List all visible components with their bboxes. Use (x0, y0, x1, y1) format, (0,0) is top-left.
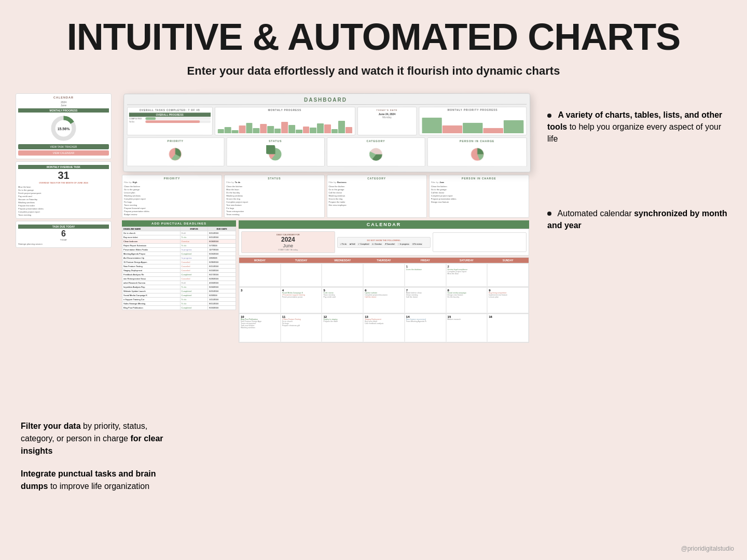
task-list-title: ADD PUNCTUAL DEADLINES (122, 220, 236, 227)
cal-day-cell (281, 263, 322, 287)
cal-event: Prepare the trailer (323, 320, 362, 323)
bottom-left-annotations: Filter your data by priority, status, ca… (21, 420, 166, 493)
cal-panel-title: CALENDAR (18, 96, 109, 99)
task-due-label: TODAY (18, 239, 109, 241)
table-row: arket Research SummaHold4/10/2024 (122, 281, 236, 285)
cal-month: June (243, 243, 333, 248)
day-header-mon: MONDAY (239, 258, 281, 263)
table-row: ir Support Training CorTo do1/11/2024 (122, 298, 236, 302)
dashboard-mockup: DASHBOARD OVERALL TASKS COMPLETED: 7 OF … (123, 93, 531, 173)
day-header-sat: SATURDAY (446, 258, 488, 263)
person-filter-panel: PERSON IN CHARGE Filter by: Jane Clean t… (429, 175, 529, 218)
annotation-top-right-2: Automated calendar synchronized by month… (547, 207, 731, 231)
list-item: Hire new employee (329, 203, 425, 206)
cal-event: Do the laundry (448, 296, 486, 298)
cal-event: Team Meeting Agenda Pr (406, 320, 445, 323)
ann-filter-bold: Filter your data (21, 422, 81, 430)
category-filter-panel: CATEGORY Filter by: Business Clean the k… (327, 175, 427, 218)
category-chart-title: CATEGORY (328, 139, 423, 143)
table-row: Website Update LaunchCompleted6/21/2024 (122, 289, 236, 293)
category-filter-label: Filter by: Business (329, 181, 425, 184)
overall-tasks-title: OVERALL TASKS COMPLETED: 7 OF 45 (129, 109, 211, 111)
priority-chart-title: PRIORITY (129, 139, 222, 143)
overdue-panel: MONTHLY OVERDUE TASK 31 OVERDUE TAGS FOR… (16, 161, 112, 219)
cal-day-cell: 15 Market research (446, 314, 488, 342)
progress-completed: COMPLETED (129, 117, 211, 120)
filter-panels-row: PRIORITY Filter by: High Clean the kitch… (122, 175, 529, 218)
cal-day-cell: 4 Social Media Campaign K ✗ Customer sup… (281, 287, 322, 313)
start-day-label: START DAY: Monday (243, 248, 333, 251)
view-task-tracker-btn[interactable]: VIEW TASK TRACKER (18, 144, 109, 149)
status-filter-panel: STATUS Filter by: To do Clean the kitche… (224, 175, 324, 218)
ann-filter-bold2: for clear insights (21, 434, 163, 455)
right-annotations: A variety of charts, tables, lists, and … (540, 93, 731, 343)
overall-tasks-box: OVERALL TASKS COMPLETED: 7 OF 45 OVERALL… (127, 107, 213, 135)
col-header-name: DEADLINE NAME (122, 227, 181, 231)
day-header-sun: SUNDAY (487, 258, 529, 263)
cal-event: Finish presentation power (282, 296, 321, 298)
cal-day-cell: 2 Review legal compliance Complete proje… (446, 263, 488, 287)
view-calendar-btn[interactable]: VIEW CALENDAR (18, 150, 109, 156)
task-due-title: TASK DUE TODAY (18, 225, 109, 229)
status-chart-title: STATUS (228, 139, 322, 143)
monthly-bar-chart (216, 113, 353, 133)
task-due-panel: TASK DUE TODAY 6 TODAY Strategic plannin… (16, 221, 112, 248)
cal-day-cell (487, 263, 529, 287)
priority-filter-label: Filter by: High (124, 181, 220, 184)
col-header-status: STATUS (180, 227, 208, 231)
dashboard-title: DASHBOARD (127, 97, 527, 105)
table-row: iem Retrospective SessiCanceled6/20/2024 (122, 277, 236, 281)
cal-day-cell: 14 New feature recommend Team Meeting Ag… (405, 314, 446, 342)
main-calendar: CALENDAR DAILY CALENDAR FOR 2024 June ST… (239, 220, 529, 343)
svg-text:15.56%: 15.56% (58, 127, 71, 131)
status-filter-label: Filter by: To do (226, 181, 322, 184)
table-row: Social Media Campaign KCompleted6/3/2024 (122, 293, 236, 298)
monthly-progress-title: MONTHLY PROGRESS (217, 109, 353, 111)
donut-chart: 15.56% (18, 114, 109, 143)
cal-event: Pay credit card (323, 296, 362, 298)
calendar-side-panel: CALENDAR 2024 June MONTHLY PROGRESS 15.5… (16, 93, 112, 159)
table-row: Go to churchHold6/11/2024 (122, 231, 236, 235)
task-due-count: 6 (18, 229, 109, 239)
main-cal-title: CALENDAR (239, 220, 529, 229)
day-header-fri: FRIDAY (405, 258, 446, 263)
status-filter-title: STATUS (226, 177, 322, 180)
list-item: Team meeting (226, 213, 322, 216)
cal-event: Prepare christmas gift (282, 325, 321, 327)
day-num: 16 (489, 315, 527, 318)
task-table: DEADLINE NAME STATUS DUE DATE Go to chur… (122, 227, 236, 310)
table-row: Clean bedroomOverdue6/18/2024 (122, 240, 236, 244)
list-item: Design new feature (431, 200, 527, 203)
monthly-priority-title: MONTHLY PRIORITY PROGRESS (421, 109, 524, 111)
person-pie (430, 144, 525, 164)
cal-event: Washing windows (241, 327, 279, 329)
daily-cal-box: DAILY CALENDAR FOR 2024 June START DAY: … (241, 231, 335, 253)
annotation-filter: Filter your data by priority, status, ca… (21, 420, 166, 457)
priority-filter-title: PRIORITY (124, 177, 220, 180)
day-num: 1 (406, 265, 445, 268)
day-header-wed: WEDNESDAY (322, 258, 363, 263)
category-filter-title: CATEGORY (329, 177, 425, 180)
cal-day-cell: 16 (487, 314, 529, 342)
priority-pie (129, 144, 222, 164)
cal-day-cell (363, 263, 405, 287)
table-row: Feedback Analysis ReCompleted6/17/2024 (122, 273, 236, 277)
bullet-1 (547, 114, 551, 118)
task-name: Strategic planning session (18, 242, 109, 245)
cal-day-cell: 3 (239, 287, 281, 313)
legend-item: ■ Hold (349, 243, 356, 246)
priority-chart-box: PRIORITY (127, 137, 224, 166)
cal-day-cell: 7 Make kitchen clean Clean meeting Call … (405, 287, 446, 313)
annotation-punctual: Integrate punctual tasks and brain dumps… (21, 468, 166, 493)
ann-punctual-bold: Integrate punctual tasks and brain dumps (21, 469, 156, 491)
priority-filter-panel: PRIORITY Filter by: High Clean the kitch… (122, 175, 222, 218)
overall-progress-title: OVERALL PROGRESS (129, 113, 211, 117)
cal-event: User feedback analysis (365, 323, 403, 325)
table-row: Meeting Agenda PreparCompleted6/16/2024 (122, 252, 236, 256)
cal-bar-chart (433, 232, 527, 252)
legend-item: ✗ Canceled (384, 243, 396, 246)
legend-item: ✓ Completed (357, 243, 370, 246)
col-header-date: DUE DATE (208, 227, 236, 231)
start-day-value: Monday (290, 248, 298, 251)
bullet-2 (547, 212, 551, 216)
